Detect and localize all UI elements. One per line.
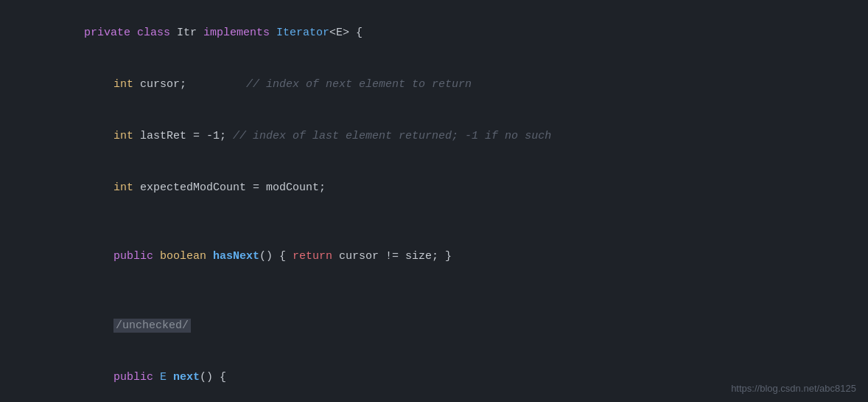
type-e: E [160, 371, 173, 384]
code-line-8: /unchecked/ [44, 300, 868, 352]
code-line-4: int expectedModCount = modCount; [44, 162, 868, 213]
keyword-int-1: int [113, 78, 140, 91]
var-cursor-decl: cursor; [140, 78, 246, 91]
keyword-implements: implements [203, 27, 276, 39]
code-line-2: int cursor; // index of next element to … [44, 59, 868, 111]
var-expectedmodcount: expectedModCount = modCount; [140, 181, 326, 194]
keyword-class: class [137, 27, 177, 39]
code-line-6: public boolean hasNext() { return cursor… [44, 231, 868, 283]
type-iterator: Iterator [276, 27, 329, 39]
var-lastret-decl: lastRet = -1; [140, 130, 233, 142]
code-line-7 [44, 283, 868, 300]
code-line-5 [44, 213, 868, 231]
method-hasnext: hasNext [213, 250, 259, 263]
keyword-return-1: return [293, 250, 339, 263]
annotation-unchecked: /unchecked/ [113, 319, 191, 333]
watermark: https://blog.csdn.net/abc8125 [731, 381, 856, 396]
code-editor: private class Itr implements Iterator<E>… [0, 0, 868, 402]
keyword-int-3: int [113, 181, 140, 194]
generic-e: <E> { [329, 27, 363, 39]
keyword-boolean: boolean [160, 250, 213, 263]
keyword-int-2: int [113, 130, 140, 142]
hasnext-paren: () { [259, 250, 293, 263]
hasnext-body: cursor != size; } [339, 250, 452, 263]
next-paren: () { [200, 371, 226, 384]
keyword-public-1: public [113, 250, 160, 263]
method-next: next [173, 371, 200, 384]
comment-lastret: // index of last element returned; -1 if… [233, 130, 551, 142]
code-line-3: int lastRet = -1; // index of last eleme… [44, 111, 868, 162]
class-name-itr: Itr [177, 27, 203, 39]
code-line-1: private class Itr implements Iterator<E>… [44, 7, 868, 59]
comment-cursor: // index of next element to return [246, 78, 472, 91]
keyword-public-2: public [113, 371, 160, 384]
keyword-private: private [84, 27, 137, 39]
